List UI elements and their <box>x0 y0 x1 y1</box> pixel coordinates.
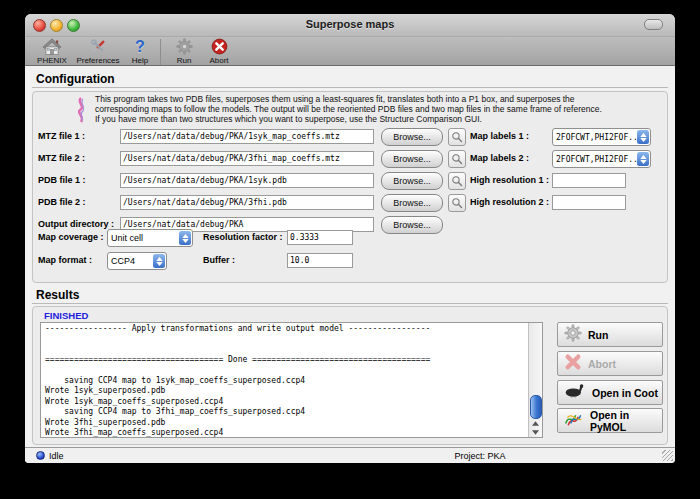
scroll-up-icon[interactable] <box>531 419 540 427</box>
magnifier-icon <box>451 197 463 209</box>
map-format-label: Map format : <box>38 255 92 265</box>
mtz-file-2-input[interactable] <box>120 151 374 166</box>
map-labels-1-label: Map labels 1 : <box>470 131 529 141</box>
mtz-file-1-input[interactable] <box>120 129 374 144</box>
abort-x-icon <box>564 353 582 375</box>
tools-icon <box>89 38 108 55</box>
log-output[interactable]: ----------------- Apply transformations … <box>40 322 543 438</box>
output-directory-label: Output directory : <box>38 219 114 229</box>
status-text: Idle <box>49 451 64 461</box>
toolbar: PHENIX Preferences <box>25 37 675 66</box>
abort-button[interactable]: Abort <box>557 351 663 376</box>
open-in-pymol-label: Open in PyMOL <box>590 409 662 433</box>
configuration-header: Configuration <box>36 72 115 86</box>
titlebar[interactable]: Superpose maps <box>25 14 675 37</box>
open-in-pymol-button[interactable]: Open in PyMOL <box>557 408 663 433</box>
high-resolution-1-input[interactable] <box>552 173 626 188</box>
buffer-label: Buffer : <box>203 255 235 265</box>
map-labels-2-label: Map labels 2 : <box>470 153 529 163</box>
open-in-coot-button[interactable]: Open in Coot <box>557 380 663 405</box>
mtz-file-1-label: MTZ file 1 : <box>38 131 85 141</box>
map-format-row: Map format : CCP4 Buffer : <box>25 252 675 269</box>
stepper-icon <box>637 152 649 166</box>
scroll-down-icon[interactable] <box>531 428 540 436</box>
map-coverage-row: Map coverage : Unit cell Resolution fact… <box>25 229 675 246</box>
pymol-molecule-icon <box>564 410 584 431</box>
toolbar-abort-button[interactable]: Abort <box>201 38 237 65</box>
help-icon: ? <box>135 38 145 55</box>
results-header-rule <box>32 303 668 304</box>
pdb-file-1-input[interactable] <box>120 173 374 188</box>
log-scrollbar[interactable] <box>528 323 542 437</box>
pdb-file-1-label: PDB file 1 : <box>38 175 86 185</box>
gear-icon <box>176 38 193 55</box>
toolbar-abort-label: Abort <box>209 56 228 65</box>
scrollbar-thumb[interactable] <box>530 395 542 419</box>
pdb-file-2-row: PDB file 2 : Browse... High resolution 2… <box>25 194 675 211</box>
toolbar-preferences-label: Preferences <box>76 56 119 65</box>
map-coverage-select[interactable]: Unit cell <box>107 229 193 247</box>
run-button-label: Run <box>588 329 608 341</box>
toolbar-phenix-button[interactable]: PHENIX <box>32 38 72 65</box>
map-labels-1-select[interactable]: 2FOFCWT,PHI2FOF... <box>552 128 651 146</box>
mtz-file-2-label: MTZ file 2 : <box>38 153 85 163</box>
configuration-header-rule <box>32 87 668 88</box>
window-title: Superpose maps <box>25 18 675 30</box>
pdb-file-1-browse-button[interactable]: Browse... <box>381 172 443 190</box>
mtz-file-1-row: MTZ file 1 : Browse... Map labels 1 : 2F… <box>25 128 675 145</box>
resize-grip[interactable] <box>662 450 673 461</box>
pdb-file-2-input[interactable] <box>120 195 374 210</box>
mtz-file-1-search-button[interactable] <box>448 128 466 146</box>
map-labels-2-select[interactable]: 2FOFCWT,PHI2FOF... <box>552 150 651 168</box>
screen-background: Superpose maps PHENIX <box>0 0 700 499</box>
run-button[interactable]: Run <box>557 322 663 347</box>
toolbar-run-button[interactable]: Run <box>167 38 201 65</box>
mtz-file-2-row: MTZ file 2 : Browse... Map labels 2 : 2F… <box>25 150 675 167</box>
coot-bird-icon <box>564 383 586 402</box>
superpose-maps-window: Superpose maps PHENIX <box>25 14 675 463</box>
toolbar-run-label: Run <box>177 56 192 65</box>
abort-icon <box>211 38 228 55</box>
idle-indicator-icon <box>36 451 45 460</box>
resolution-factor-label: Resolution factor : <box>203 232 283 242</box>
pdb-file-1-search-button[interactable] <box>448 172 466 190</box>
high-resolution-2-label: High resolution 2 : <box>470 197 549 207</box>
gear-icon <box>564 324 582 346</box>
abort-button-label: Abort <box>588 358 616 370</box>
magnifier-icon <box>451 153 463 165</box>
project-label: Project: PKA <box>454 451 505 461</box>
mtz-file-2-search-button[interactable] <box>448 150 466 168</box>
magnifier-icon <box>451 131 463 143</box>
toolbar-phenix-label: PHENIX <box>37 56 67 65</box>
home-icon <box>42 38 62 55</box>
stepper-icon <box>179 231 191 245</box>
stepper-icon <box>637 130 649 144</box>
log-text: ----------------- Apply transformations … <box>41 323 542 438</box>
toolbar-help-button[interactable]: ? Help <box>124 38 156 65</box>
open-in-coot-label: Open in Coot <box>592 387 658 399</box>
map-coverage-label: Map coverage : <box>38 232 104 242</box>
pdb-file-2-search-button[interactable] <box>448 194 466 212</box>
buffer-input[interactable] <box>287 253 353 268</box>
magnifier-icon <box>451 175 463 187</box>
stepper-icon <box>153 254 165 268</box>
map-format-select[interactable]: CCP4 <box>107 252 167 270</box>
high-resolution-1-label: High resolution 1 : <box>470 175 549 185</box>
pdb-file-1-row: PDB file 1 : Browse... High resolution 1… <box>25 172 675 189</box>
toolbar-preferences-button[interactable]: Preferences <box>72 38 124 65</box>
status-bar: Idle Project: PKA <box>25 447 675 463</box>
high-resolution-2-input[interactable] <box>552 195 626 210</box>
mtz-file-1-browse-button[interactable]: Browse... <box>381 128 443 146</box>
program-description: This program takes two PDB files, superp… <box>95 94 670 124</box>
toolbar-toggle-button[interactable] <box>644 19 663 30</box>
toolbar-help-label: Help <box>132 56 148 65</box>
pdb-file-2-browse-button[interactable]: Browse... <box>381 194 443 212</box>
resolution-factor-input[interactable] <box>287 230 353 245</box>
toolbar-separator <box>160 39 161 65</box>
pdb-file-2-label: PDB file 2 : <box>38 197 86 207</box>
results-header: Results <box>36 288 79 302</box>
mtz-file-2-browse-button[interactable]: Browse... <box>381 150 443 168</box>
status-badge: FINISHED <box>44 310 88 321</box>
ribbon-icon <box>73 96 89 128</box>
